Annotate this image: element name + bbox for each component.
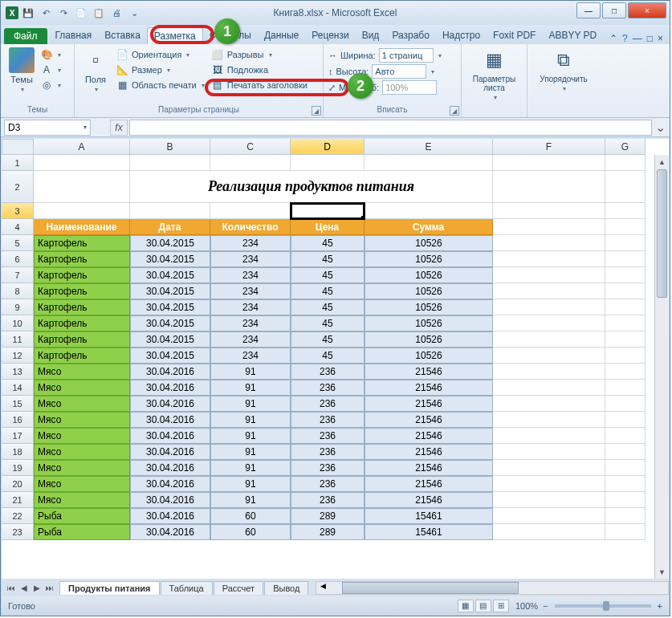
- row-header-19[interactable]: 19: [2, 460, 34, 476]
- close-button[interactable]: ×: [628, 2, 666, 18]
- cell[interactable]: Рыба: [34, 524, 130, 540]
- cell[interactable]: [493, 155, 605, 171]
- row-header-4[interactable]: 4: [2, 219, 34, 235]
- cell[interactable]: [493, 315, 605, 331]
- doc-min-icon[interactable]: —: [633, 33, 642, 44]
- row-header-20[interactable]: 20: [2, 476, 34, 492]
- cell[interactable]: 91: [210, 380, 291, 396]
- vertical-scrollbar[interactable]: ▲ ▼: [654, 155, 669, 579]
- row-header-13[interactable]: 13: [2, 364, 34, 380]
- row-header-3[interactable]: 3: [2, 203, 34, 219]
- cell[interactable]: [493, 476, 605, 492]
- cell[interactable]: 10526: [365, 315, 493, 331]
- cell[interactable]: [365, 203, 493, 219]
- theme-effects-icon[interactable]: ◎▾: [38, 78, 63, 92]
- ribbon-tab-1[interactable]: Вставка: [98, 27, 147, 44]
- cell[interactable]: 45: [291, 251, 365, 267]
- row-header-23[interactable]: 23: [2, 524, 34, 540]
- row-header-10[interactable]: 10: [2, 315, 34, 331]
- cell[interactable]: 234: [210, 315, 291, 331]
- ribbon-tab-7[interactable]: Разрабо: [385, 27, 436, 44]
- cell[interactable]: 236: [291, 476, 365, 492]
- cell[interactable]: [605, 171, 646, 203]
- ribbon-tab-9[interactable]: Foxit PDF: [487, 27, 542, 44]
- cell[interactable]: [493, 171, 605, 203]
- cell[interactable]: 60: [210, 508, 291, 524]
- scroll-up-icon[interactable]: ▲: [655, 155, 669, 169]
- cell[interactable]: 30.04.2016: [130, 412, 210, 428]
- fx-button[interactable]: fx: [110, 120, 128, 136]
- column-header-E[interactable]: E: [365, 139, 493, 155]
- cell[interactable]: [493, 219, 605, 235]
- ribbon-tab-4[interactable]: Данные: [258, 27, 305, 44]
- scale-launcher[interactable]: ◢: [450, 106, 459, 116]
- row-header-16[interactable]: 16: [2, 412, 34, 428]
- cell[interactable]: 30.04.2016: [130, 428, 210, 444]
- cell[interactable]: 91: [210, 460, 291, 476]
- cell[interactable]: 91: [210, 492, 291, 508]
- cell[interactable]: [605, 315, 646, 331]
- cell[interactable]: 10526: [365, 283, 493, 299]
- cell[interactable]: Рыба: [34, 508, 130, 524]
- page-layout-view-icon[interactable]: ▤: [475, 600, 491, 612]
- cell[interactable]: [605, 203, 646, 219]
- tab-nav-first-icon[interactable]: ⏮: [5, 583, 18, 592]
- row-header-8[interactable]: 8: [2, 283, 34, 299]
- doc-close-icon[interactable]: ×: [658, 33, 663, 44]
- cell[interactable]: Картофель: [34, 267, 130, 283]
- cell[interactable]: Количество: [210, 219, 291, 235]
- row-header-2[interactable]: 2: [2, 171, 34, 203]
- cell[interactable]: 91: [210, 364, 291, 380]
- ribbon-tab-10[interactable]: ABBYY PD: [542, 27, 603, 44]
- background-button[interactable]: 🖼Подложка: [209, 63, 310, 77]
- cell[interactable]: Картофель: [34, 315, 130, 331]
- cell[interactable]: [493, 283, 605, 299]
- cell[interactable]: Мясо: [34, 460, 130, 476]
- sheet-tab-1[interactable]: Таблица: [161, 581, 213, 595]
- cell[interactable]: [605, 444, 646, 460]
- cell[interactable]: 234: [210, 235, 291, 251]
- cell[interactable]: Цена: [291, 219, 365, 235]
- cell[interactable]: 10526: [365, 235, 493, 251]
- qat-new-icon[interactable]: 📄: [73, 5, 89, 21]
- cell[interactable]: [605, 428, 646, 444]
- row-header-9[interactable]: 9: [2, 299, 34, 315]
- cell[interactable]: 21546: [365, 428, 493, 444]
- cell[interactable]: [605, 524, 646, 540]
- cell[interactable]: 236: [291, 428, 365, 444]
- theme-fonts-icon[interactable]: A▾: [38, 63, 63, 77]
- cell[interactable]: 21546: [365, 492, 493, 508]
- cell[interactable]: 21546: [365, 476, 493, 492]
- cell[interactable]: 236: [291, 412, 365, 428]
- themes-button[interactable]: Темы▾: [6, 46, 38, 95]
- qat-redo-icon[interactable]: ↷: [55, 5, 71, 21]
- height-input[interactable]: Авто: [372, 64, 426, 79]
- row-header-12[interactable]: 12: [2, 348, 34, 364]
- tab-nav-prev-icon[interactable]: ◀: [18, 583, 31, 592]
- cell[interactable]: 21546: [365, 412, 493, 428]
- row-header-6[interactable]: 6: [2, 251, 34, 267]
- cell[interactable]: 236: [291, 364, 365, 380]
- cell[interactable]: 45: [291, 267, 365, 283]
- cell[interactable]: 236: [291, 380, 365, 396]
- cell[interactable]: 30.04.2015: [130, 267, 210, 283]
- formula-input[interactable]: [129, 120, 652, 136]
- cell[interactable]: [605, 508, 646, 524]
- ribbon-minimize-icon[interactable]: ⌃: [609, 33, 617, 44]
- tab-nav-next-icon[interactable]: ▶: [31, 583, 43, 592]
- qat-more-icon[interactable]: ⌄: [126, 5, 142, 21]
- cell[interactable]: 234: [210, 267, 291, 283]
- cell[interactable]: 289: [291, 524, 365, 540]
- cell[interactable]: 21546: [365, 444, 493, 460]
- cell[interactable]: 21546: [365, 460, 493, 476]
- scroll-down-icon[interactable]: ▼: [655, 565, 669, 579]
- cell[interactable]: 45: [291, 283, 365, 299]
- column-header-C[interactable]: C: [210, 139, 291, 155]
- cell[interactable]: 30.04.2016: [130, 508, 210, 524]
- zoom-out-icon[interactable]: −: [543, 601, 548, 611]
- ribbon-tab-6[interactable]: Вид: [356, 27, 386, 44]
- formula-expand-icon[interactable]: ⌄: [654, 120, 666, 135]
- cell[interactable]: [493, 428, 605, 444]
- zoom-value[interactable]: 100%: [515, 601, 538, 611]
- row-header-15[interactable]: 15: [2, 396, 34, 412]
